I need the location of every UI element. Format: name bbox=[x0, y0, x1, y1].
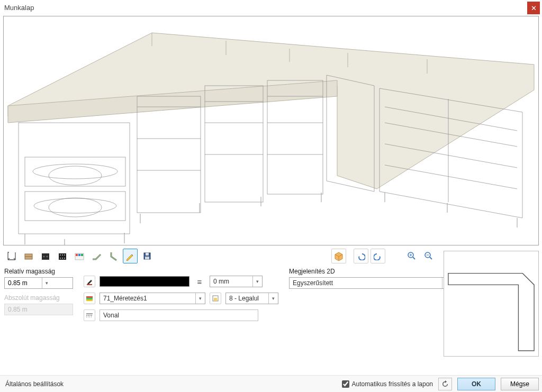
pen-color-icon[interactable] bbox=[84, 276, 95, 287]
svg-rect-56 bbox=[76, 254, 78, 256]
svg-line-71 bbox=[430, 257, 432, 259]
tool-tile-dark[interactable] bbox=[38, 249, 53, 263]
refresh-icon bbox=[441, 380, 449, 388]
svg-point-13 bbox=[49, 198, 102, 217]
priority-value: 8 - Legalul bbox=[229, 295, 259, 302]
edge-icon bbox=[91, 251, 102, 261]
svg-rect-9 bbox=[25, 192, 125, 221]
svg-rect-75 bbox=[86, 296, 93, 298]
abs-height-field bbox=[4, 304, 73, 315]
tool-undo[interactable] bbox=[354, 249, 368, 263]
wireframe-illustration bbox=[4, 16, 538, 245]
cancel-button[interactable]: Mégse bbox=[501, 378, 539, 390]
save-icon bbox=[142, 251, 152, 261]
priority-combo[interactable]: 8 - Legalul ▾ bbox=[225, 293, 278, 304]
auto-refresh-checkbox[interactable]: Automatikus frissítés a lapon bbox=[342, 380, 433, 388]
chevron-down-icon[interactable]: ▾ bbox=[252, 276, 262, 287]
general-settings-link[interactable]: Általános beállítások bbox=[5, 380, 64, 388]
texture-icon bbox=[23, 251, 34, 261]
tool-redo[interactable] bbox=[371, 249, 385, 263]
close-button[interactable]: ✕ bbox=[527, 2, 540, 14]
layer-icon[interactable] bbox=[84, 293, 95, 304]
abs-height-input bbox=[5, 306, 42, 313]
svg-rect-14 bbox=[137, 96, 201, 213]
svg-point-54 bbox=[64, 258, 65, 259]
chevron-down-icon[interactable]: ▾ bbox=[268, 293, 278, 304]
window-title: Munkalap bbox=[4, 4, 34, 12]
dimension-icon bbox=[6, 251, 17, 261]
redo-icon bbox=[374, 252, 382, 260]
refresh-button[interactable] bbox=[438, 378, 452, 390]
svg-rect-60 bbox=[146, 253, 149, 256]
undo-icon bbox=[357, 252, 365, 260]
tool-edge-v[interactable] bbox=[106, 249, 121, 263]
svg-rect-57 bbox=[78, 254, 80, 256]
svg-rect-76 bbox=[86, 299, 93, 301]
title-bar: Munkalap ✕ bbox=[0, 0, 542, 15]
tile-dark-icon bbox=[40, 251, 51, 261]
rel-height-label: Relatív magasság bbox=[4, 268, 73, 275]
bottom-bar: Általános beállítások Automatikus frissí… bbox=[0, 375, 542, 392]
tool-cube-orange[interactable] bbox=[331, 249, 346, 263]
chevron-down-icon[interactable]: ▾ bbox=[42, 278, 51, 288]
linetype-icon[interactable] bbox=[84, 309, 95, 321]
svg-line-67 bbox=[413, 257, 415, 259]
linetype-value: Vonal bbox=[103, 312, 119, 319]
svg-point-12 bbox=[49, 166, 102, 185]
svg-point-46 bbox=[43, 256, 45, 258]
svg-line-31 bbox=[385, 165, 517, 189]
tool-zoom-in[interactable] bbox=[404, 249, 419, 263]
line-weight-icon: ≡ bbox=[194, 277, 205, 286]
tool-texture[interactable] bbox=[21, 249, 36, 263]
svg-point-51 bbox=[64, 254, 65, 256]
svg-point-50 bbox=[62, 254, 63, 256]
svg-rect-45 bbox=[42, 253, 49, 260]
svg-point-49 bbox=[60, 254, 61, 256]
svg-point-47 bbox=[47, 256, 48, 258]
edge-v-icon bbox=[108, 251, 119, 261]
close-icon: ✕ bbox=[531, 4, 537, 12]
tool-tile-dots[interactable] bbox=[55, 249, 70, 263]
auto-refresh-input[interactable] bbox=[342, 380, 349, 388]
display2d-combo[interactable]: Egyszerűsített ▾ bbox=[289, 277, 452, 289]
priority-icon[interactable] bbox=[210, 293, 221, 304]
svg-rect-74 bbox=[86, 298, 93, 299]
tool-zoom-out[interactable] bbox=[421, 249, 436, 263]
thickness-value: 0 mm bbox=[213, 278, 229, 285]
cube-orange-icon bbox=[334, 251, 344, 261]
pencil-icon bbox=[125, 251, 135, 261]
preview-2d-shape bbox=[444, 251, 538, 356]
rel-height-input[interactable] bbox=[5, 279, 42, 287]
svg-point-52 bbox=[60, 258, 61, 259]
svg-rect-7 bbox=[19, 123, 130, 234]
svg-rect-78 bbox=[214, 298, 217, 301]
tool-palette[interactable] bbox=[72, 249, 87, 263]
ok-button[interactable]: OK bbox=[457, 378, 495, 390]
svg-rect-48 bbox=[59, 253, 66, 260]
layer-value: 71_Méretezés1 bbox=[103, 295, 147, 302]
layer-combo[interactable]: 71_Méretezés1 ▾ bbox=[100, 293, 205, 304]
preview-2d[interactable] bbox=[444, 251, 539, 357]
preview-3d[interactable] bbox=[3, 16, 539, 245]
display2d-label: Megjelenítés 2D bbox=[289, 268, 453, 275]
tool-dimension[interactable] bbox=[4, 249, 19, 263]
chevron-down-icon[interactable]: ▾ bbox=[195, 293, 205, 304]
svg-rect-61 bbox=[145, 257, 149, 259]
zoom-in-icon bbox=[407, 251, 417, 261]
svg-rect-58 bbox=[81, 254, 83, 256]
abs-height-label: Abszolút magasság bbox=[4, 294, 73, 302]
color-swatch[interactable] bbox=[100, 276, 189, 287]
svg-point-53 bbox=[62, 258, 63, 259]
display2d-value: Egyszerűsített bbox=[293, 279, 333, 287]
tool-save[interactable] bbox=[140, 249, 155, 263]
zoom-out-icon bbox=[424, 251, 433, 261]
tool-edge[interactable] bbox=[89, 249, 104, 263]
tile-dots-icon bbox=[57, 251, 68, 261]
svg-rect-8 bbox=[25, 157, 125, 186]
rel-height-field[interactable]: ▾ bbox=[4, 277, 73, 289]
linetype-display[interactable]: Vonal bbox=[100, 309, 258, 321]
palette-icon bbox=[74, 251, 85, 261]
tool-pencil[interactable] bbox=[123, 249, 138, 263]
auto-refresh-label: Automatikus frissítés a lapon bbox=[352, 380, 433, 388]
thickness-combo[interactable]: 0 mm ▾ bbox=[210, 276, 263, 287]
